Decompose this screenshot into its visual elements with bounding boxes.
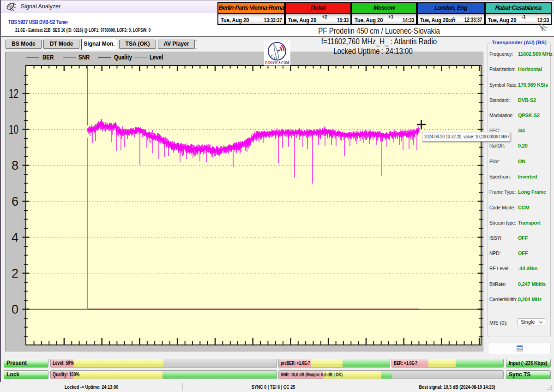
svg-text:10: 10 (9, 123, 18, 137)
svg-text:4: 4 (12, 231, 18, 244)
svg-text:8: 8 (12, 159, 18, 172)
svg-text:12: 12 (9, 87, 18, 101)
svg-text:2: 2 (12, 267, 18, 280)
svg-text:6: 6 (12, 195, 18, 208)
svg-text:DXSATCS.COM: DXSATCS.COM (265, 61, 289, 65)
svg-text:0: 0 (12, 303, 18, 316)
